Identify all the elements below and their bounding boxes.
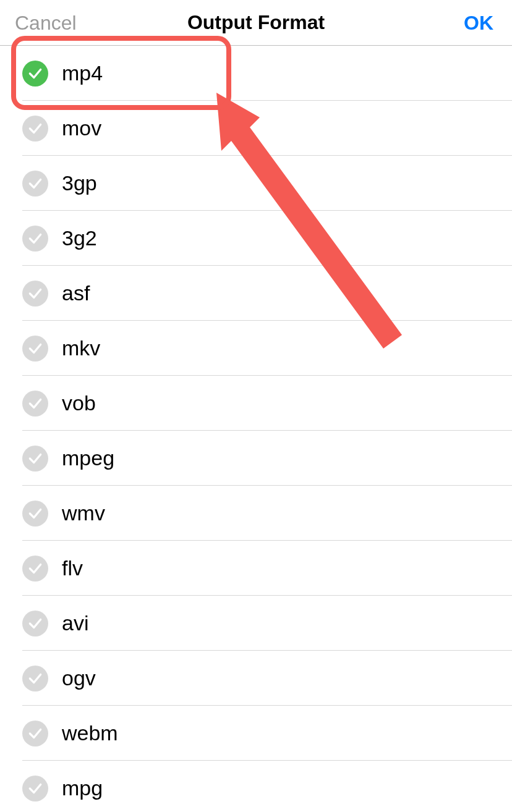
- checkmark-icon: [22, 391, 48, 417]
- format-row-vob[interactable]: vob: [0, 376, 512, 431]
- format-row-avi[interactable]: avi: [0, 596, 512, 651]
- cancel-button[interactable]: Cancel: [15, 11, 77, 34]
- format-list: mp4mov3gp3g2asfmkvvobmpegwmvflvaviogvweb…: [0, 46, 512, 812]
- format-label: mov: [62, 116, 101, 140]
- format-row-3gp[interactable]: 3gp: [0, 156, 512, 211]
- format-label: wmv: [62, 501, 105, 525]
- format-label: 3g2: [62, 226, 97, 250]
- checkmark-icon: [22, 116, 48, 142]
- checkmark-icon: [22, 721, 48, 746]
- checkmark-icon: [22, 171, 48, 197]
- format-row-mkv[interactable]: mkv: [0, 321, 512, 376]
- ok-button[interactable]: OK: [464, 11, 493, 34]
- format-label: flv: [62, 556, 83, 580]
- header-bar: Cancel Output Format OK: [0, 0, 512, 46]
- format-row-3g2[interactable]: 3g2: [0, 211, 512, 266]
- format-row-flv[interactable]: flv: [0, 541, 512, 596]
- format-row-mpeg[interactable]: mpeg: [0, 431, 512, 486]
- format-row-mov[interactable]: mov: [0, 101, 512, 156]
- page-title: Output Format: [187, 11, 325, 34]
- format-label: mp4: [62, 61, 103, 85]
- checkmark-icon: [22, 776, 48, 801]
- format-label: asf: [62, 281, 90, 305]
- checkmark-icon: [22, 61, 48, 87]
- format-label: 3gp: [62, 171, 97, 195]
- format-label: mpeg: [62, 446, 114, 470]
- checkmark-icon: [22, 501, 48, 527]
- checkmark-icon: [22, 281, 48, 307]
- format-row-asf[interactable]: asf: [0, 266, 512, 321]
- format-row-mpg[interactable]: mpg: [0, 761, 512, 812]
- format-row-ogv[interactable]: ogv: [0, 651, 512, 706]
- checkmark-icon: [22, 666, 48, 691]
- checkmark-icon: [22, 336, 48, 362]
- checkmark-icon: [22, 446, 48, 472]
- checkmark-icon: [22, 611, 48, 636]
- format-label: mkv: [62, 336, 100, 360]
- checkmark-icon: [22, 556, 48, 582]
- format-label: webm: [62, 721, 118, 745]
- format-row-wmv[interactable]: wmv: [0, 486, 512, 541]
- format-label: ogv: [62, 666, 96, 690]
- format-label: vob: [62, 391, 96, 415]
- format-row-mp4[interactable]: mp4: [0, 46, 512, 101]
- format-row-webm[interactable]: webm: [0, 706, 512, 761]
- format-label: avi: [62, 611, 88, 635]
- format-label: mpg: [62, 776, 103, 800]
- checkmark-icon: [22, 226, 48, 252]
